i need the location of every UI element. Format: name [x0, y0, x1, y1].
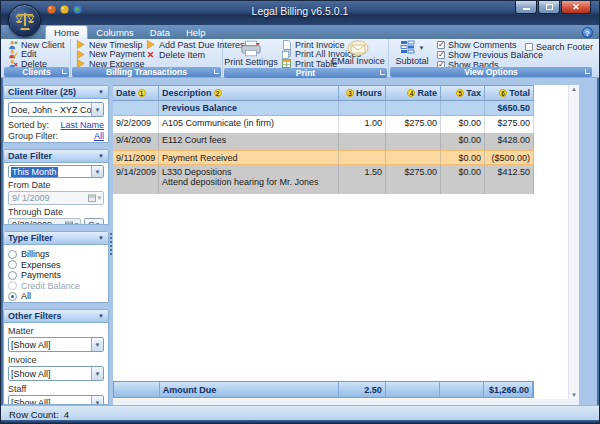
chevron-down-icon: ▼ [95, 342, 101, 348]
column-header-hours[interactable]: 3 Hours [339, 86, 386, 100]
ribbon-group-billing-transactions: New Timeslip New Payment New Expense Add [71, 39, 223, 78]
delete-item-button[interactable]: ✕ Delete Item [141, 51, 222, 61]
tab-help[interactable]: Help [178, 25, 214, 39]
staff-select[interactable]: [Show All] ▼ [8, 395, 104, 405]
column-header-tax[interactable]: 5 Tax [441, 86, 485, 100]
column-header-description[interactable]: Description 2 [159, 86, 339, 100]
yellow-arrow-icon [75, 50, 86, 59]
dialog-launcher-icon[interactable] [214, 69, 219, 74]
table-row-previous-balance[interactable]: Previous Balance $650.50 [113, 101, 534, 116]
sorted-by-link[interactable]: Last Name [60, 120, 104, 130]
chevron-down-icon: ▼ [98, 153, 104, 159]
column-header-date[interactable]: Date 1 [113, 86, 159, 100]
group-caption-clients: Clients [4, 67, 69, 77]
unchecked-checkbox-icon [525, 43, 533, 51]
quick-access-icon-2[interactable] [60, 5, 69, 14]
scroll-up-icon[interactable]: ▲ [571, 86, 577, 92]
matter-select[interactable]: [Show All] ▼ [8, 337, 104, 352]
dialog-launcher-icon[interactable] [62, 69, 67, 74]
vertical-scrollbar[interactable]: ▲ ▼ [568, 85, 579, 399]
app-window: Legal Billing v6.5.0.1 ✕ Home Columns Da… [0, 0, 600, 424]
other-filters-header[interactable]: Other Filters ▼ [4, 310, 108, 323]
radio-on-icon [8, 292, 17, 301]
radio-payments[interactable]: Payments [8, 270, 104, 281]
group-filter-label: Group Filter: [8, 131, 58, 141]
quick-access-icon-3[interactable] [73, 5, 82, 14]
dropdown-button[interactable]: ▼ [91, 338, 103, 351]
new-client-icon [7, 40, 18, 50]
yellow-arrow-icon [145, 40, 156, 49]
column-header-rate[interactable]: 4 Rate [386, 86, 441, 100]
group-caption-billing-transactions: Billing Transactions [72, 67, 221, 77]
calendar-picker-button[interactable]: ▼ [64, 221, 80, 225]
dialog-launcher-icon[interactable] [380, 70, 385, 75]
edit-client-button[interactable]: Edit [3, 50, 70, 60]
new-payment-button[interactable]: New Payment [71, 50, 147, 60]
group-caption-view-options: View Options [390, 67, 592, 77]
column-order-badge: 1 [138, 89, 146, 97]
tab-columns[interactable]: Columns [88, 25, 142, 39]
radio-expenses[interactable]: Expenses [8, 260, 104, 271]
through-date-field[interactable]: 9/30/2009 ▼ [8, 218, 81, 225]
calendar-icon [65, 221, 73, 225]
quick-access-icon-1[interactable] [47, 5, 56, 14]
table-row[interactable]: 9/4/2009 E112 Court fees $0.00 $428.00 [113, 133, 534, 150]
subtotal-button[interactable]: ▼ Subtotal [389, 39, 435, 67]
quick-access-toolbar [47, 5, 82, 14]
column-order-badge: 5 [456, 89, 464, 97]
chevron-down-icon: ▼ [97, 195, 103, 201]
dropdown-button[interactable]: ▼ [91, 367, 103, 380]
table-row-payment[interactable]: 9/11/2009 Payment Received $0.00 ($500.0… [113, 150, 534, 165]
type-filter-header[interactable]: Type Filter ▼ [4, 232, 108, 245]
dropdown-button[interactable]: ▼ [91, 103, 103, 116]
email-invoice-button[interactable]: EMail Invoice [330, 39, 386, 67]
column-header-total[interactable]: 6 Total [485, 86, 534, 100]
column-order-badge: 2 [214, 89, 222, 97]
print-settings-button[interactable]: Print Settings [223, 39, 279, 68]
table-row[interactable]: 9/14/2009 L330 Depositions Attend deposi… [113, 165, 534, 194]
date-filter-panel: Date Filter ▼ This Month ▼ From Date 9/ … [3, 149, 109, 225]
scroll-down-icon[interactable]: ▼ [571, 392, 577, 398]
subtotal-grid-icon [400, 40, 416, 55]
close-button[interactable]: ✕ [561, 1, 591, 14]
help-button[interactable]: ? [582, 27, 593, 38]
from-date-label: From Date [8, 180, 104, 190]
app-menu-button[interactable] [8, 4, 41, 37]
show-previous-balance-checkbox[interactable]: Show Previous Balance [437, 50, 527, 60]
chevron-down-icon: ▼ [95, 371, 101, 377]
radio-all[interactable]: All [8, 291, 104, 302]
column-order-badge: 4 [407, 89, 415, 97]
group-filter-link[interactable]: All [94, 131, 104, 141]
new-client-button[interactable]: New Client [3, 40, 70, 50]
window-title: Legal Billing v6.5.0.1 [1, 5, 599, 17]
checked-checkbox-icon [437, 41, 445, 49]
show-comments-checkbox[interactable]: Show Comments [437, 40, 527, 50]
date-filter-header[interactable]: Date Filter ▼ [4, 150, 108, 163]
sidebar-splitter[interactable] [110, 233, 112, 255]
client-select[interactable]: Doe, John - XYZ Corporation ▼ [8, 102, 104, 117]
maximize-button[interactable] [538, 1, 560, 14]
go-button[interactable]: Go [84, 218, 104, 226]
radio-credit-balance: Credit Balance [8, 281, 104, 292]
invoice-label: Invoice [8, 355, 104, 365]
matter-label: Matter [8, 326, 104, 336]
chevron-down-icon: ▼ [98, 89, 104, 95]
dialog-launcher-icon[interactable] [585, 69, 590, 74]
new-timeslip-button[interactable]: New Timeslip [71, 40, 147, 50]
date-preset-select[interactable]: This Month ▼ [8, 165, 104, 178]
dropdown-button[interactable]: ▼ [91, 396, 103, 405]
client-filter-header[interactable]: Client Filter (25) ▼ [4, 86, 108, 99]
table-row[interactable]: 9/2/2009 A105 Communicate (in firm) 1.00… [113, 116, 534, 133]
radio-disabled-icon [8, 281, 17, 290]
tab-data[interactable]: Data [142, 25, 178, 39]
tab-home[interactable]: Home [45, 25, 88, 39]
search-footer-checkbox[interactable]: Search Footer [525, 42, 593, 52]
invoice-select[interactable]: [Show All] ▼ [8, 366, 104, 381]
radio-billings[interactable]: Billings [8, 249, 104, 260]
minimize-button[interactable] [515, 1, 537, 14]
radio-off-icon [8, 271, 17, 280]
dropdown-button[interactable]: ▼ [91, 166, 103, 177]
document-icon [281, 40, 292, 50]
add-past-due-interest-button[interactable]: Add Past Due Interest [141, 40, 222, 50]
chevron-down-icon[interactable]: ▼ [419, 45, 425, 51]
